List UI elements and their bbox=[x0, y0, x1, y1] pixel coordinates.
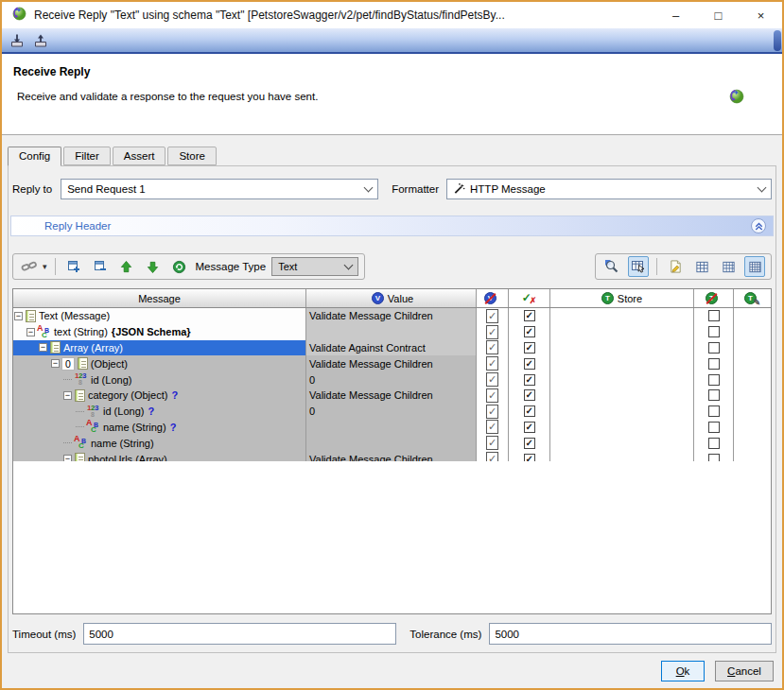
validate-checkbox[interactable]: ✓ bbox=[486, 436, 498, 450]
enabled-checkbox[interactable] bbox=[524, 422, 535, 433]
tree-row[interactable]: −0(Object)Validate Message Children✓ bbox=[13, 355, 771, 371]
value-cell[interactable]: 0 bbox=[306, 371, 477, 388]
store-cell[interactable] bbox=[550, 388, 694, 404]
column-value[interactable]: V Value bbox=[306, 289, 477, 307]
ok-button[interactable]: Ok bbox=[661, 661, 705, 681]
validate-checkbox[interactable]: ✓ bbox=[486, 340, 498, 354]
grid-columns-icon[interactable] bbox=[691, 256, 712, 277]
store-checkbox[interactable] bbox=[708, 358, 720, 370]
maximize-button[interactable]: □ bbox=[697, 2, 740, 28]
store-checkbox[interactable] bbox=[708, 438, 720, 449]
store-checkbox[interactable] bbox=[708, 454, 720, 461]
message-cell[interactable]: −Text (Message) bbox=[13, 308, 306, 324]
column-message[interactable]: Message bbox=[13, 289, 306, 307]
column-store-edit[interactable]: T bbox=[734, 289, 771, 307]
validate-checkbox[interactable]: ✓ bbox=[486, 420, 498, 434]
store-checkbox[interactable] bbox=[708, 326, 720, 337]
enabled-checkbox[interactable] bbox=[524, 374, 535, 386]
value-cell[interactable] bbox=[306, 435, 477, 451]
value-cell[interactable]: Validate Against Contract bbox=[306, 340, 477, 356]
message-cell[interactable]: −photoUrls (Array) bbox=[13, 451, 306, 460]
enabled-checkbox[interactable] bbox=[524, 342, 535, 354]
enabled-checkbox[interactable] bbox=[524, 438, 535, 449]
collapse-node-icon[interactable]: − bbox=[51, 359, 60, 368]
tree-row[interactable]: −category (Object)?Validate Message Chil… bbox=[13, 388, 771, 404]
message-cell[interactable]: −Array (Array) bbox=[13, 340, 306, 356]
enabled-checkbox[interactable] bbox=[524, 389, 535, 401]
expand-all-icon[interactable] bbox=[63, 256, 84, 277]
timeout-input[interactable] bbox=[83, 623, 396, 645]
store-checkbox[interactable] bbox=[708, 342, 720, 354]
store-cell[interactable] bbox=[550, 404, 694, 420]
collapse-node-icon[interactable]: − bbox=[26, 328, 35, 336]
enabled-checkbox[interactable] bbox=[524, 310, 535, 321]
reply-to-select[interactable]: Send Request 1 bbox=[61, 179, 378, 199]
message-cell[interactable]: 1238id (Long) bbox=[13, 371, 306, 388]
reply-header-section[interactable]: Reply Header bbox=[10, 216, 774, 236]
store-cell[interactable] bbox=[550, 371, 694, 388]
column-no-store[interactable]: T bbox=[694, 289, 734, 307]
store-cell[interactable] bbox=[550, 308, 694, 324]
refresh-icon[interactable] bbox=[169, 256, 190, 277]
tab-assert[interactable]: Assert bbox=[113, 147, 166, 165]
export-icon[interactable] bbox=[32, 32, 48, 48]
validate-checkbox[interactable]: ✓ bbox=[486, 356, 498, 371]
collapse-node-icon[interactable]: − bbox=[39, 343, 47, 352]
zoom-icon[interactable] bbox=[601, 256, 622, 277]
import-icon[interactable] bbox=[9, 32, 25, 48]
column-store[interactable]: T Store bbox=[550, 289, 694, 307]
store-cell[interactable] bbox=[550, 340, 694, 356]
store-checkbox[interactable] bbox=[708, 389, 720, 401]
value-cell[interactable] bbox=[306, 420, 477, 436]
collapse-all-icon[interactable] bbox=[90, 256, 111, 277]
store-cell[interactable] bbox=[550, 420, 694, 436]
collapse-node-icon[interactable]: − bbox=[14, 312, 23, 320]
column-validation-toggle[interactable]: ✓✗ bbox=[509, 289, 550, 307]
value-cell[interactable]: Validate Message Children bbox=[306, 451, 477, 460]
tree-row[interactable]: −Text (Message)Validate Message Children… bbox=[13, 308, 771, 324]
tree-row[interactable]: −Array (Array)Validate Against Contract✓ bbox=[13, 340, 771, 356]
enabled-checkbox[interactable] bbox=[524, 454, 535, 461]
store-cell[interactable] bbox=[550, 451, 694, 460]
tree-row[interactable]: 1238id (Long)0✓ bbox=[13, 371, 771, 388]
value-cell[interactable]: 0 bbox=[306, 404, 477, 420]
link-icon[interactable] bbox=[19, 256, 40, 277]
tree-row[interactable]: 1238id (Long)?0✓ bbox=[13, 404, 771, 420]
array-index-cell[interactable]: 0 bbox=[61, 357, 75, 371]
store-cell[interactable] bbox=[550, 324, 694, 340]
message-cell[interactable]: ABCname (String)? bbox=[13, 420, 306, 436]
store-checkbox[interactable] bbox=[708, 405, 720, 417]
formatter-select[interactable]: HTTP Message bbox=[446, 179, 772, 199]
tab-config[interactable]: Config bbox=[8, 147, 61, 166]
message-cell[interactable]: 1238id (Long)? bbox=[13, 404, 306, 420]
enabled-checkbox[interactable] bbox=[524, 358, 535, 370]
validate-checkbox[interactable]: ✓ bbox=[486, 452, 498, 460]
store-checkbox[interactable] bbox=[708, 374, 720, 386]
grid-full-icon[interactable] bbox=[744, 256, 765, 277]
validate-checkbox[interactable]: ✓ bbox=[486, 372, 498, 387]
tree-row[interactable]: −ABCtext (String){JSON Schema}✓ bbox=[13, 324, 771, 340]
store-checkbox[interactable] bbox=[708, 310, 720, 321]
tab-store[interactable]: Store bbox=[167, 147, 217, 165]
message-cell[interactable]: −ABCtext (String){JSON Schema} bbox=[13, 324, 306, 340]
store-cell[interactable] bbox=[550, 435, 694, 451]
tree-row[interactable]: −photoUrls (Array)Validate Message Child… bbox=[13, 451, 771, 460]
title-bar[interactable]: Receive Reply "Text" using schema "Text"… bbox=[2, 2, 782, 28]
validate-checkbox[interactable]: ✓ bbox=[486, 309, 498, 323]
tolerance-input[interactable] bbox=[489, 623, 772, 645]
value-cell[interactable] bbox=[306, 324, 477, 340]
tab-filter[interactable]: Filter bbox=[63, 147, 111, 165]
validate-checkbox[interactable]: ✓ bbox=[486, 325, 498, 339]
enabled-checkbox[interactable] bbox=[524, 326, 535, 337]
column-no-validate[interactable]: V bbox=[477, 289, 509, 307]
edit-document-icon[interactable] bbox=[665, 256, 686, 277]
message-type-select[interactable]: Text bbox=[271, 257, 358, 276]
value-cell[interactable]: Validate Message Children bbox=[306, 388, 477, 404]
close-button[interactable]: × bbox=[740, 2, 782, 28]
tree-row[interactable]: ABCname (String)?✓ bbox=[13, 420, 771, 436]
tree-row[interactable]: ABCname (String)✓ bbox=[13, 435, 771, 451]
link-dropdown-caret[interactable]: ▾ bbox=[43, 262, 47, 271]
message-cell[interactable]: −category (Object)? bbox=[13, 388, 306, 404]
store-checkbox[interactable] bbox=[708, 422, 720, 433]
message-cell[interactable]: ABCname (String) bbox=[13, 435, 306, 451]
